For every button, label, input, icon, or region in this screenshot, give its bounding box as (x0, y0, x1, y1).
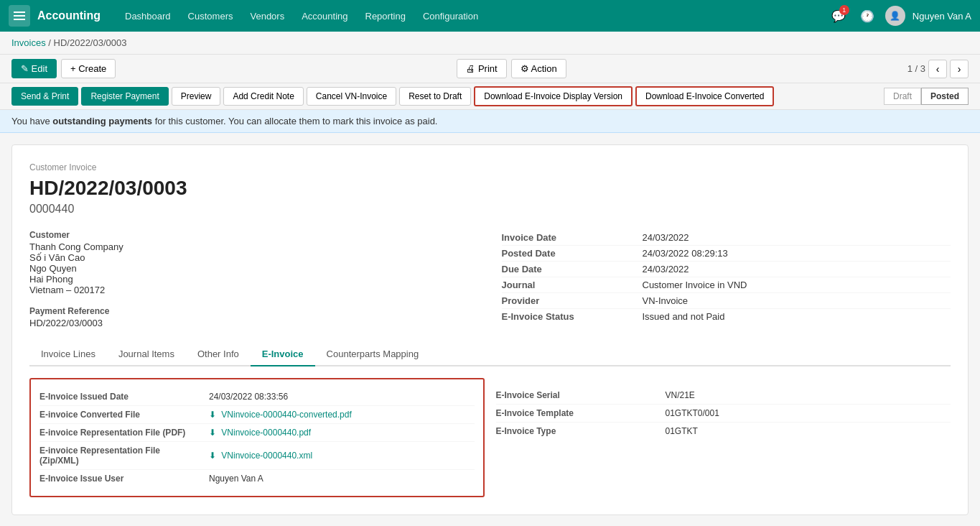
download-icon-1: ⬇ (209, 410, 216, 420)
invoice-ref: 0000440 (29, 203, 951, 216)
due-date-label: Due Date (502, 264, 631, 274)
payment-ref-value: HD/2022/03/0003 (29, 318, 479, 328)
pagination: 1 / 3 ‹ › (907, 60, 969, 78)
breadcrumb: Invoices / HD/2022/03/0003 (0, 32, 980, 55)
tab-invoice-lines[interactable]: Invoice Lines (29, 343, 107, 366)
create-button[interactable]: + Create (61, 59, 116, 78)
invoice-date-row: Invoice Date 24/03/2022 (502, 230, 951, 246)
ei-rep-pdf-link[interactable]: VNinvoice-0000440.pdf (221, 428, 311, 438)
download-converted-button[interactable]: Download E-Invoice Converted (635, 86, 774, 106)
ei-template-row: E-Invoice Template 01GTKT0/001 (496, 405, 951, 423)
alert-text-after: for this customer. You can allocate them… (152, 116, 437, 126)
action-button[interactable]: ⚙ Action (511, 59, 566, 78)
alert-banner: You have outstanding payments for this c… (0, 110, 980, 133)
status-posted: Posted (921, 88, 969, 105)
register-payment-button[interactable]: Register Payment (81, 87, 168, 106)
ei-issue-user-row: E-Invoice Issue User Nguyen Van A (39, 470, 475, 487)
prev-page-button[interactable]: ‹ (928, 60, 947, 78)
next-page-button[interactable]: › (950, 60, 969, 78)
messages-badge: 1 (839, 5, 849, 15)
app-title: Accounting (37, 9, 101, 22)
svg-rect-2 (14, 19, 25, 20)
einvoice-status-row: E-Invoice Status Issued and not Paid (502, 309, 951, 324)
customer-address3: Hai Phong (29, 274, 479, 285)
nav-configuration[interactable]: Configuration (416, 6, 485, 26)
invoice-date-label: Invoice Date (502, 232, 631, 243)
posted-date-value: 24/03/2022 08:29:13 (643, 248, 951, 259)
customer-field: Customer Thanh Cong Company Số i Văn Cao… (29, 230, 479, 295)
ei-issued-date-value: 24/03/2022 08:33:56 (209, 392, 475, 402)
nav-customers[interactable]: Customers (181, 6, 241, 26)
ei-serial-value: VN/21E (666, 390, 951, 400)
print-button[interactable]: 🖨 Print (457, 59, 506, 78)
messages-icon[interactable]: 💬 1 (828, 5, 849, 27)
download-icon-2: ⬇ (209, 428, 216, 438)
ei-converted-file-row: E-invoice Converted File ⬇ VNinvoice-000… (39, 406, 475, 424)
avatar: 👤 (885, 6, 905, 26)
alert-text-before: You have (11, 116, 52, 126)
top-navigation: Accounting Dashboard Customers Vendors A… (0, 0, 980, 32)
alert-highlight: outstanding payments (52, 116, 152, 126)
posted-date-row: Posted Date 24/03/2022 08:29:13 (502, 246, 951, 262)
breadcrumb-parent[interactable]: Invoices (11, 37, 46, 48)
add-credit-note-button[interactable]: Add Credit Note (223, 87, 303, 106)
provider-label: Provider (502, 295, 631, 306)
download-display-button[interactable]: Download E-Invoice Display Version (474, 86, 633, 106)
ei-rep-pdf-row: E-invoice Representation File (PDF) ⬇ VN… (39, 424, 475, 442)
payment-ref-label: Payment Reference (29, 306, 479, 316)
preview-button[interactable]: Preview (172, 87, 221, 106)
tab-einvoice[interactable]: E-Invoice (251, 343, 315, 366)
journal-value: Customer Invoice in VND (643, 280, 951, 290)
customer-label: Customer (29, 230, 479, 240)
cancel-vn-invoice-button[interactable]: Cancel VN-Invoice (307, 87, 396, 106)
customer-name[interactable]: Thanh Cong Company (29, 241, 479, 252)
ei-rep-pdf-label: E-invoice Representation File (PDF) (39, 428, 197, 438)
journal-row: Journal Customer Invoice in VND (502, 277, 951, 293)
ei-serial-row: E-Invoice Serial VN/21E (496, 387, 951, 405)
pagination-info: 1 / 3 (907, 63, 925, 74)
status-indicators: Draft Posted (884, 88, 969, 105)
ei-converted-file-link[interactable]: VNinvoice-0000440-converted.pdf (221, 410, 351, 420)
edit-button[interactable]: ✎ Edit (11, 59, 57, 78)
app-menu-icon[interactable] (9, 5, 30, 27)
ei-rep-pdf-value: ⬇ VNinvoice-0000440.pdf (209, 428, 475, 438)
ei-template-label: E-Invoice Template (496, 408, 654, 418)
toolbar: ✎ Edit + Create 🖨 Print ⚙ Action 1 / 3 ‹… (0, 55, 980, 83)
nav-dashboard[interactable]: Dashboard (118, 6, 178, 26)
svg-rect-1 (14, 15, 25, 17)
send-print-button[interactable]: Send & Print (11, 87, 78, 106)
invoice-card: Customer Invoice HD/2022/03/0003 0000440… (11, 144, 969, 515)
tab-counterparts-mapping[interactable]: Counterparts Mapping (315, 343, 431, 366)
tab-other-info[interactable]: Other Info (186, 343, 251, 366)
einvoice-status-value: Issued and not Paid (643, 311, 951, 322)
invoice-tabs: Invoice Lines Journal Items Other Info E… (29, 343, 951, 366)
due-date-row: Due Date 24/03/2022 (502, 262, 951, 277)
ei-converted-file-value: ⬇ VNinvoice-0000440-converted.pdf (209, 410, 475, 420)
clock-icon[interactable]: 🕐 (857, 5, 878, 27)
due-date-value: 24/03/2022 (643, 264, 951, 274)
ei-rep-xml-label: E-invoice Representation File (Zip/XML) (39, 446, 197, 466)
ei-template-value: 01GTKT0/001 (666, 408, 951, 418)
invoice-number: HD/2022/03/0003 (29, 177, 951, 200)
user-name[interactable]: Nguyen Van A (913, 11, 971, 22)
provider-value: VN-Invoice (643, 295, 951, 306)
ei-type-label: E-Invoice Type (496, 426, 654, 436)
nav-accounting[interactable]: Accounting (294, 6, 355, 26)
ei-type-row: E-Invoice Type 01GTKT (496, 423, 951, 440)
ei-serial-label: E-Invoice Serial (496, 390, 654, 400)
ei-rep-xml-value: ⬇ VNinvoice-0000440.xml (209, 451, 475, 461)
invoice-fields-grid: Customer Thanh Cong Company Số i Văn Cao… (29, 230, 951, 328)
action-bar: Send & Print Register Payment Preview Ad… (0, 83, 980, 110)
ei-rep-xml-link[interactable]: VNinvoice-0000440.xml (221, 451, 312, 461)
customer-address4: Vietnam – 020172 (29, 285, 479, 295)
svg-rect-0 (14, 11, 25, 13)
breadcrumb-current: HD/2022/03/0003 (54, 37, 127, 48)
reset-to-draft-button[interactable]: Reset to Draft (399, 87, 471, 106)
ei-rep-xml-row: E-invoice Representation File (Zip/XML) … (39, 442, 475, 470)
nav-vendors[interactable]: Vendors (243, 6, 291, 26)
tab-journal-items[interactable]: Journal Items (107, 343, 186, 366)
customer-address1: Số i Văn Cao (29, 252, 479, 263)
nav-reporting[interactable]: Reporting (358, 6, 413, 26)
einvoice-left-panel: E-Invoice Issued Date 24/03/2022 08:33:5… (29, 378, 485, 497)
ei-issue-user-value: Nguyen Van A (209, 474, 475, 484)
